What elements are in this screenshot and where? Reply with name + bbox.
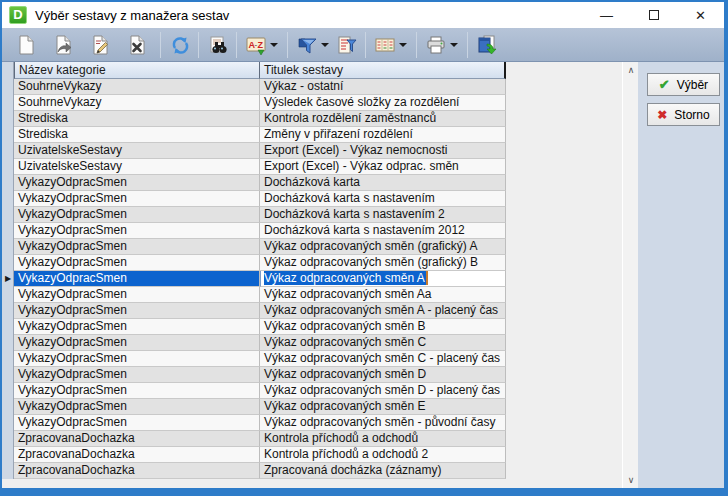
table-row[interactable]: VykazyOdpracSmenVýkaz odpracovaných směn… (14, 335, 506, 351)
table-row[interactable]: UzivatelskeSestavyExport (Excel) - Výkaz… (14, 159, 506, 175)
scroll-down-icon[interactable]: ∨ (623, 472, 639, 488)
title-cell[interactable]: Výkaz odpracovaných směn D (260, 367, 506, 383)
title-cell[interactable]: Výsledek časové složky za rozdělení (260, 95, 506, 111)
close-button[interactable]: ✕ (677, 2, 724, 28)
filter-button[interactable] (293, 31, 320, 59)
table-row[interactable]: ZpracovanaDochazkaKontrola příchodů a od… (14, 431, 506, 447)
table-row[interactable]: VykazyOdpracSmenVýkaz odpracovaných směn… (14, 367, 506, 383)
maximize-button[interactable] (630, 2, 677, 28)
delete-report-button[interactable] (123, 31, 150, 59)
table-row[interactable]: VykazyOdpracSmenDocházková karta s nasta… (14, 207, 506, 223)
category-cell[interactable]: Strediska (14, 111, 260, 127)
column-header-title[interactable]: Titulek sestavy (260, 62, 506, 79)
table-row[interactable]: ZpracovanaDochazkaKontrola příchodů a od… (14, 447, 506, 463)
title-cell[interactable]: Export (Excel) - Výkaz odprac. směn (260, 159, 506, 175)
category-cell[interactable]: UzivatelskeSestavy (14, 159, 260, 175)
table-row[interactable]: VykazyOdpracSmenVýkaz odpracovaných směn… (14, 303, 506, 319)
category-cell[interactable]: VykazyOdpracSmen (14, 351, 260, 367)
table-row[interactable]: VykazyOdpracSmenVýkaz odpracovaných směn… (14, 415, 506, 431)
table-row-selected[interactable]: VykazyOdpracSmenVýkaz odpracovaných směn… (14, 271, 506, 287)
title-cell[interactable]: Docházková karta s nastavením 2012 (260, 223, 506, 239)
title-cell[interactable]: Kontrola příchodů a odchodů 2 (260, 447, 506, 463)
refresh-button[interactable] (166, 31, 193, 59)
category-cell[interactable]: VykazyOdpracSmen (14, 335, 260, 351)
title-cell[interactable]: Výkaz odpracovaných směn D - placený čas (260, 383, 506, 399)
print-dropdown-icon[interactable] (450, 43, 458, 47)
category-cell[interactable]: VykazyOdpracSmen (14, 319, 260, 335)
find-report-button[interactable] (204, 31, 231, 59)
title-cell[interactable]: Výkaz - ostatní (260, 79, 506, 95)
title-cell[interactable]: Výkaz odpracovaných směn A (260, 271, 506, 287)
table-row[interactable]: SouhrneVykazyVýkaz - ostatní (14, 79, 506, 95)
minimize-button[interactable]: — (583, 2, 630, 28)
table-row[interactable]: VykazyOdpracSmenVýkaz odpracovaných směn… (14, 399, 506, 415)
title-cell[interactable]: Kontrola rozdělení zaměstnanců (260, 111, 506, 127)
vertical-scrollbar[interactable]: ∧ ∨ (622, 62, 638, 488)
category-cell[interactable]: ZpracovanaDochazka (14, 447, 260, 463)
title-cell[interactable]: Výkaz odpracovaných směn (grafický) B (260, 255, 506, 271)
title-cell[interactable]: Výkaz odpracovaných směn B (260, 319, 506, 335)
table-row[interactable]: StrediskaZměny v přiřazení rozdělení (14, 127, 506, 143)
title-cell[interactable]: Docházková karta s nastavením (260, 191, 506, 207)
title-cell[interactable]: Výkaz odpracovaných směn A - placený čas (260, 303, 506, 319)
table-row[interactable]: VykazyOdpracSmenVýkaz odpracovaných směn… (14, 351, 506, 367)
table-row[interactable]: UzivatelskeSestavyExport (Excel) - Výkaz… (14, 143, 506, 159)
print-button[interactable] (422, 31, 449, 59)
category-cell[interactable]: ZpracovanaDochazka (14, 431, 260, 447)
category-cell[interactable]: VykazyOdpracSmen (14, 191, 260, 207)
table-row[interactable]: StrediskaKontrola rozdělení zaměstnanců (14, 111, 506, 127)
title-cell[interactable]: Výkaz odpracovaných směn - původní časy (260, 415, 506, 431)
table-row[interactable]: VykazyOdpracSmenDocházková karta s nasta… (14, 191, 506, 207)
title-cell[interactable]: Výkaz odpracovaných směn C - placený čas (260, 351, 506, 367)
category-cell[interactable]: VykazyOdpracSmen (14, 415, 260, 431)
table-row[interactable]: VykazyOdpracSmenVýkaz odpracovaných směn… (14, 383, 506, 399)
category-cell[interactable]: Strediska (14, 127, 260, 143)
category-cell[interactable]: VykazyOdpracSmen (14, 383, 260, 399)
category-cell[interactable]: VykazyOdpracSmen (14, 399, 260, 415)
title-cell[interactable]: Docházková karta s nastavením 2 (260, 207, 506, 223)
export-button[interactable] (473, 31, 500, 59)
category-cell[interactable]: UzivatelskeSestavy (14, 143, 260, 159)
table-row[interactable]: VykazyOdpracSmenVýkaz odpracovaných směn… (14, 255, 506, 271)
title-cell[interactable]: Změny v přiřazení rozdělení (260, 127, 506, 143)
title-cell[interactable]: Kontrola příchodů a odchodů (260, 431, 506, 447)
table-row[interactable]: ZpracovanaDochazkaZpracovaná docházka (z… (14, 463, 506, 479)
category-cell[interactable]: VykazyOdpracSmen (14, 175, 260, 191)
sort-az-button[interactable]: A - Z (242, 31, 269, 59)
table-row[interactable]: VykazyOdpracSmenVýkaz odpracovaných směn… (14, 287, 506, 303)
table-row[interactable]: VykazyOdpracSmenDocházková karta s nasta… (14, 223, 506, 239)
copy-report-button[interactable] (49, 31, 76, 59)
edit-report-button[interactable] (86, 31, 113, 59)
category-cell[interactable]: SouhrneVykazy (14, 95, 260, 111)
filter-dropdown-icon[interactable] (321, 43, 329, 47)
title-cell[interactable]: Docházková karta (260, 175, 506, 191)
column-layout-button[interactable] (371, 31, 398, 59)
category-cell[interactable]: VykazyOdpracSmen (14, 223, 260, 239)
table-row[interactable]: VykazyOdpracSmenVýkaz odpracovaných směn… (14, 239, 506, 255)
select-button[interactable]: ✔ Výběr (647, 73, 720, 96)
category-cell[interactable]: VykazyOdpracSmen (14, 367, 260, 383)
category-cell[interactable]: VykazyOdpracSmen (14, 287, 260, 303)
column-header-category[interactable]: Název kategorie (14, 62, 260, 79)
filter-settings-button[interactable] (333, 31, 360, 59)
table-row[interactable]: VykazyOdpracSmenDocházková karta (14, 175, 506, 191)
category-cell[interactable]: VykazyOdpracSmen (14, 239, 260, 255)
category-cell[interactable]: SouhrneVykazy (14, 79, 260, 95)
category-cell[interactable]: VykazyOdpracSmen (14, 207, 260, 223)
title-cell[interactable]: Výkaz odpracovaných směn C (260, 335, 506, 351)
table-row[interactable]: VykazyOdpracSmenVýkaz odpracovaných směn… (14, 319, 506, 335)
category-cell[interactable]: VykazyOdpracSmen (14, 303, 260, 319)
new-report-button[interactable] (12, 31, 39, 59)
title-cell[interactable]: Výkaz odpracovaných směn E (260, 399, 506, 415)
columns-dropdown-icon[interactable] (399, 43, 407, 47)
title-cell[interactable]: Export (Excel) - Výkaz nemocnosti (260, 143, 506, 159)
category-cell[interactable]: VykazyOdpracSmen (14, 255, 260, 271)
table-row[interactable]: SouhrneVykazyVýsledek časové složky za r… (14, 95, 506, 111)
scroll-up-icon[interactable]: ∧ (623, 62, 639, 78)
title-cell[interactable]: Výkaz odpracovaných směn (grafický) A (260, 239, 506, 255)
cancel-button[interactable]: ✖ Storno (647, 103, 720, 126)
title-cell[interactable]: Výkaz odpracovaných směn Aa (260, 287, 506, 303)
title-cell[interactable]: Zpracovaná docházka (záznamy) (260, 463, 506, 479)
sort-dropdown-icon[interactable] (270, 43, 278, 47)
category-cell[interactable]: VykazyOdpracSmen (14, 271, 260, 287)
